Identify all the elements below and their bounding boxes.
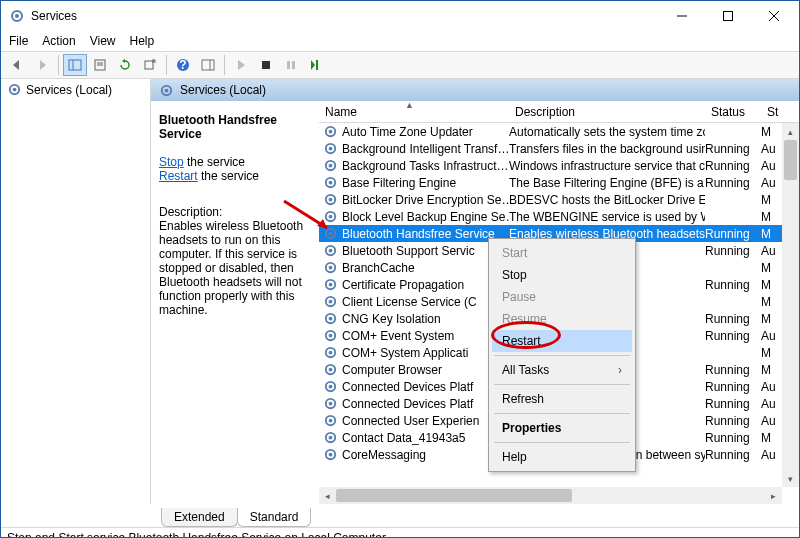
context-menu-stop[interactable]: Stop	[492, 264, 632, 286]
service-row[interactable]: Background Tasks Infrastruct…Windows inf…	[319, 157, 799, 174]
toolbar: ?	[1, 51, 799, 79]
gear-icon	[323, 124, 338, 139]
tab-standard[interactable]: Standard	[237, 508, 312, 527]
tree-pane: Services (Local)	[1, 79, 151, 504]
svg-point-31	[329, 181, 333, 185]
restart-link[interactable]: Restart	[159, 169, 198, 183]
cell-name: BitLocker Drive Encryption Se…	[319, 192, 509, 207]
cell-status: Running	[705, 414, 761, 428]
stop-link[interactable]: Stop	[159, 155, 184, 169]
context-menu-properties[interactable]: Properties	[492, 417, 632, 439]
service-row[interactable]: Block Level Backup Engine Se…The WBENGIN…	[319, 208, 799, 225]
restart-service-button[interactable]	[304, 54, 328, 76]
cell-name: Client License Service (C	[319, 294, 509, 309]
cell-status: Running	[705, 448, 761, 462]
context-menu-restart[interactable]: Restart	[492, 330, 632, 352]
context-menu: StartStopPauseResumeRestartAll TasksRefr…	[488, 238, 636, 472]
gear-icon	[323, 311, 338, 326]
gear-icon	[323, 277, 338, 292]
cell-description: Windows infrastructure service that con…	[509, 159, 705, 173]
svg-rect-17	[287, 61, 290, 69]
gear-icon	[323, 226, 338, 241]
services-app-icon	[9, 8, 25, 24]
export-list-button[interactable]	[138, 54, 162, 76]
vertical-scrollbar[interactable]: ▴ ▾	[782, 123, 799, 487]
status-text: Stop and Start service Bluetooth Handsfr…	[7, 531, 386, 539]
show-hide-action-pane-button[interactable]	[196, 54, 220, 76]
col-header-description[interactable]: Description	[509, 101, 705, 122]
hscroll-track[interactable]	[336, 487, 765, 504]
back-button[interactable]	[5, 54, 29, 76]
refresh-button[interactable]	[113, 54, 137, 76]
service-row[interactable]: Background Intelligent Transf…Transfers …	[319, 140, 799, 157]
context-menu-all-tasks[interactable]: All Tasks	[492, 359, 632, 381]
gear-icon	[323, 158, 338, 173]
gear-icon	[323, 430, 338, 445]
window-title: Services	[31, 9, 659, 23]
col-header-startup[interactable]: St	[761, 101, 785, 122]
scroll-down-button[interactable]: ▾	[782, 470, 799, 487]
cell-name: Background Intelligent Transf…	[319, 141, 509, 156]
horizontal-scrollbar[interactable]: ◂ ▸	[319, 487, 782, 504]
cell-description: BDESVC hosts the BitLocker Drive Encry…	[509, 193, 705, 207]
help-button[interactable]: ?	[171, 54, 195, 76]
gear-icon	[323, 413, 338, 428]
horizontal-scroll-thumb[interactable]	[336, 489, 572, 502]
properties-button[interactable]	[88, 54, 112, 76]
pause-service-button[interactable]	[279, 54, 303, 76]
service-row[interactable]: Auto Time Zone UpdaterAutomatically sets…	[319, 123, 799, 140]
scroll-left-button[interactable]: ◂	[319, 487, 336, 504]
tree-node-label: Services (Local)	[26, 83, 112, 97]
context-menu-start: Start	[492, 242, 632, 264]
cell-description: Automatically sets the system time zone.	[509, 125, 705, 139]
cell-status: Running	[705, 227, 761, 241]
minimize-button[interactable]	[659, 1, 705, 31]
col-header-status[interactable]: Status	[705, 101, 761, 122]
menu-bar: File Action View Help	[1, 31, 799, 51]
gear-icon	[7, 82, 22, 97]
cell-name: Auto Time Zone Updater	[319, 124, 509, 139]
cell-name: Bluetooth Handsfree Service	[319, 226, 509, 241]
svg-point-37	[329, 232, 333, 236]
gear-icon	[323, 379, 338, 394]
forward-button[interactable]	[30, 54, 54, 76]
cell-name: Background Tasks Infrastruct…	[319, 158, 509, 173]
gear-icon	[323, 209, 338, 224]
pane-header: Services (Local)	[151, 79, 799, 101]
gear-icon	[323, 345, 338, 360]
detail-panel: Bluetooth Handsfree Service Stop the ser…	[151, 101, 319, 504]
menu-help[interactable]: Help	[130, 34, 155, 48]
detail-service-name: Bluetooth Handsfree Service	[159, 113, 311, 141]
gear-icon	[323, 260, 338, 275]
menu-view[interactable]: View	[90, 34, 116, 48]
context-menu-refresh[interactable]: Refresh	[492, 388, 632, 410]
cell-name: Contact Data_41943a5	[319, 430, 509, 445]
service-row[interactable]: BitLocker Drive Encryption Se…BDESVC hos…	[319, 191, 799, 208]
start-service-button[interactable]	[229, 54, 253, 76]
cell-description: Transfers files in the background using …	[509, 142, 705, 156]
maximize-button[interactable]	[705, 1, 751, 31]
scroll-up-button[interactable]: ▴	[782, 123, 799, 140]
main-area: Services (Local) Services (Local) Blueto…	[1, 79, 799, 504]
menu-file[interactable]: File	[9, 34, 28, 48]
menu-action[interactable]: Action	[42, 34, 75, 48]
svg-rect-14	[202, 60, 214, 70]
scroll-right-button[interactable]: ▸	[765, 487, 782, 504]
context-menu-help[interactable]: Help	[492, 446, 632, 468]
service-row[interactable]: Base Filtering EngineThe Base Filtering …	[319, 174, 799, 191]
close-button[interactable]	[751, 1, 797, 31]
tab-extended[interactable]: Extended	[161, 508, 238, 527]
cell-status: Running	[705, 244, 761, 258]
show-hide-tree-button[interactable]	[63, 54, 87, 76]
gear-icon	[159, 83, 174, 98]
tree-node-services-local[interactable]: Services (Local)	[1, 79, 150, 100]
cell-status: Running	[705, 397, 761, 411]
stop-service-button[interactable]	[254, 54, 278, 76]
svg-point-59	[329, 419, 333, 423]
svg-point-43	[329, 283, 333, 287]
cell-name: Base Filtering Engine	[319, 175, 509, 190]
cell-name: COM+ Event System	[319, 328, 509, 343]
gear-icon	[323, 396, 338, 411]
col-header-name[interactable]: Name	[319, 101, 509, 122]
vertical-scroll-thumb[interactable]	[784, 140, 797, 180]
